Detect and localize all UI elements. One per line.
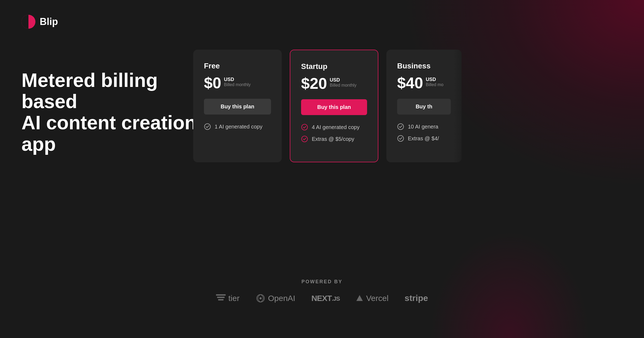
hero-title: Metered billing based AI content creatio… (21, 70, 209, 155)
buy-button-startup[interactable]: Buy this plan (301, 99, 367, 115)
price-amount-startup: $20 (301, 76, 327, 91)
plan-name-startup: Startup (301, 62, 367, 71)
svg-point-4 (398, 124, 404, 130)
price-billing-business: Billed mo (426, 82, 444, 87)
blip-logo-icon (21, 15, 35, 29)
vercel-icon (356, 295, 363, 302)
price-amount-business: $40 (397, 75, 423, 91)
check-icon-pink (301, 124, 308, 131)
nextjs-logo: NEXT.JS (311, 294, 340, 303)
svg-rect-6 (216, 294, 226, 296)
price-currency-business: USD (426, 77, 444, 82)
price-amount-free: $0 (204, 75, 221, 91)
header: Blip (21, 15, 58, 29)
svg-rect-7 (217, 297, 225, 298)
svg-point-2 (302, 124, 308, 130)
card-edge-overlay (453, 50, 462, 162)
pricing-card-business: Business $40 USD Billed mo Buy th 10 AI … (386, 50, 462, 162)
openai-icon (256, 293, 265, 303)
price-currency-free: USD (224, 77, 251, 82)
price-billing-startup: Billed monthly (330, 83, 357, 88)
feature-item: Extras @ $4/ (397, 135, 451, 142)
price-billing-free: Billed monthly (224, 82, 251, 87)
buy-button-free[interactable]: Buy this plan (204, 99, 271, 115)
check-icon-gray (397, 135, 404, 142)
buy-button-business[interactable]: Buy th (397, 99, 451, 115)
features-list-business: 10 AI genera Extras @ $4/ (397, 123, 451, 142)
stripe-logo: stripe (405, 293, 428, 303)
price-row-startup: $20 USD Billed monthly (301, 76, 367, 91)
hero-section: Metered billing based AI content creatio… (21, 70, 209, 155)
pricing-card-free: Free $0 USD Billed monthly Buy this plan… (193, 50, 282, 162)
price-currency-startup: USD (330, 77, 357, 83)
openai-logo: OpenAI (256, 293, 295, 303)
feature-item: Extras @ $5/copy (301, 135, 367, 142)
powered-by-label: POWERED BY (301, 279, 342, 285)
feature-item: 1 AI generated copy (204, 123, 271, 130)
plan-name-free: Free (204, 62, 271, 70)
vercel-logo: Vercel (356, 294, 388, 303)
svg-point-5 (398, 135, 404, 141)
svg-point-3 (302, 136, 308, 142)
tier-icon (216, 294, 226, 302)
svg-point-10 (259, 297, 262, 299)
app-name: Blip (40, 16, 58, 27)
brand-logos-row: tier OpenAI NEXT.JS Vercel stripe (216, 293, 428, 303)
check-icon (204, 123, 211, 130)
plan-name-business: Business (397, 62, 451, 70)
powered-by-section: POWERED BY tier OpenAI NEXT.JS (0, 279, 644, 303)
features-list-free: 1 AI generated copy (204, 123, 271, 130)
features-list-startup: 4 AI generated copy Extras @ $5/copy (301, 124, 367, 142)
feature-item: 10 AI genera (397, 123, 451, 130)
tier-logo: tier (216, 294, 240, 303)
check-icon-gray (397, 123, 404, 130)
svg-point-1 (204, 124, 210, 130)
price-row-business: $40 USD Billed mo (397, 75, 451, 91)
check-icon-pink (301, 135, 308, 142)
price-row-free: $0 USD Billed monthly (204, 75, 271, 91)
feature-item: 4 AI generated copy (301, 124, 367, 131)
svg-rect-8 (218, 299, 224, 300)
pricing-card-startup: Startup $20 USD Billed monthly Buy this … (290, 50, 378, 162)
pricing-section: Free $0 USD Billed monthly Buy this plan… (193, 50, 462, 162)
